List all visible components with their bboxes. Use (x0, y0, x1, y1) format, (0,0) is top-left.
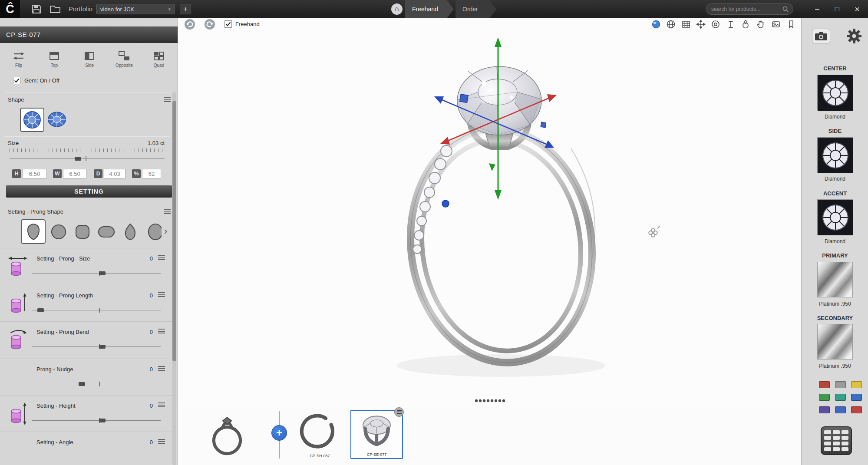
menu-icon[interactable] (158, 329, 165, 333)
divider (4, 136, 170, 137)
shape-round-selected[interactable] (20, 108, 44, 132)
prong-shape-square[interactable] (73, 222, 92, 242)
prong-length-icon (8, 291, 28, 315)
prong-size-slider[interactable] (32, 269, 161, 278)
color-swatch[interactable] (819, 406, 830, 413)
color-swatch[interactable] (835, 394, 846, 401)
prong-shape-round[interactable] (49, 222, 69, 242)
band-control-point[interactable] (442, 200, 449, 207)
prong-cushion-icon (98, 222, 115, 241)
gear-icon (846, 28, 862, 44)
menu-icon[interactable] (158, 255, 165, 260)
tab-freehand[interactable]: Freehand (405, 0, 454, 18)
color-swatch[interactable] (819, 394, 830, 401)
prong-shape-pear[interactable] (120, 222, 140, 242)
prong-length-slider[interactable] (32, 306, 161, 315)
view-button-quad[interactable]: Quad (143, 47, 175, 71)
checkbox-checked-icon[interactable] (13, 77, 20, 84)
menu-icon[interactable] (164, 97, 171, 102)
slot-thumb-secondary[interactable] (817, 324, 853, 359)
prong-shape-shield-selected[interactable] (21, 219, 46, 244)
menu-icon (397, 410, 402, 414)
camera-button[interactable] (812, 29, 830, 43)
slider-handle[interactable] (37, 308, 44, 312)
gem-toggle-label: Gem: On / Off (24, 77, 59, 84)
shape-oval[interactable] (47, 110, 67, 130)
slider-handle[interactable] (79, 382, 85, 386)
depth-field[interactable] (104, 169, 125, 178)
prong-nudge-group: Prong - Nudge 0 (0, 359, 172, 395)
scrollbar-thumb[interactable] (172, 101, 176, 361)
slot-thumb-primary[interactable] (817, 262, 853, 297)
transform-gizmo[interactable] (434, 37, 557, 207)
tray-item-ring[interactable] (205, 413, 249, 459)
menu-icon[interactable] (158, 402, 165, 407)
minimize-button[interactable]: – (808, 0, 827, 18)
portfolio-dropdown[interactable]: video for JCK ▾ (96, 4, 175, 14)
slider-handle[interactable] (99, 419, 106, 422)
tab-order[interactable]: Order (455, 0, 496, 18)
menu-icon[interactable] (158, 366, 165, 371)
price-calculator-button[interactable] (821, 426, 852, 455)
view-button-opposite[interactable]: Opposite (109, 47, 140, 71)
view-button-flip[interactable]: Flip (3, 47, 34, 71)
settings-button[interactable] (845, 28, 863, 44)
color-swatch[interactable] (851, 406, 862, 413)
percent-field[interactable] (142, 169, 161, 178)
view-button-side[interactable]: Side (74, 47, 105, 71)
chevron-down-icon: ▾ (168, 7, 171, 12)
open-folder-icon[interactable] (50, 4, 61, 14)
height-field[interactable] (22, 169, 47, 178)
color-swatch[interactable] (835, 406, 846, 413)
menu-icon[interactable] (158, 292, 165, 297)
viewport[interactable]: Freehand (178, 18, 801, 407)
slider-handle[interactable] (75, 157, 81, 161)
slot-thumb-center[interactable] (817, 75, 853, 110)
menu-icon[interactable] (158, 439, 165, 444)
prong-shape-cushion[interactable] (96, 222, 116, 242)
slot-caption-secondary: Platinum .950 (802, 363, 868, 369)
divider (4, 74, 170, 74)
tray-item-shank[interactable] (299, 413, 340, 453)
slot-caption-center: Diamond (802, 114, 868, 120)
prong-shapes-more-chevron[interactable]: › (164, 226, 167, 237)
app-logo[interactable]: Ĉ (0, 0, 20, 18)
slot-thumb-accent[interactable] (817, 199, 853, 235)
menu-icon[interactable] (164, 209, 171, 214)
gizmo-handle-cube[interactable] (460, 94, 468, 102)
width-field[interactable] (63, 169, 86, 178)
portfolio-value: video for JCK (100, 6, 134, 13)
maximize-button[interactable]: □ (828, 0, 847, 18)
app-window: Ĉ Portfolio video for JCK ▾ + ⌂ Freehand… (0, 0, 868, 465)
prong-nudge-slider[interactable] (32, 380, 161, 389)
thumbnail-menu-badge[interactable] (394, 407, 404, 417)
slider-handle[interactable] (99, 345, 106, 349)
gem-toggle[interactable]: Gem: On / Off (13, 77, 59, 84)
size-slider[interactable] (10, 155, 165, 163)
slot-thumb-side[interactable] (817, 137, 853, 173)
portfolio-label: Portfolio (69, 5, 92, 13)
close-button[interactable]: × (848, 0, 867, 18)
slider-handle[interactable] (99, 271, 106, 275)
search-input[interactable] (710, 6, 782, 13)
ring-band[interactable] (397, 119, 605, 373)
save-icon[interactable] (31, 4, 43, 14)
ring-3d-scene[interactable] (178, 18, 801, 407)
prong-square-icon (74, 222, 91, 241)
color-swatch[interactable] (851, 381, 862, 388)
prong-shape-oval[interactable] (144, 222, 162, 242)
tray-item-setting-selected[interactable]: CP-SE-077 (350, 410, 403, 459)
color-swatch[interactable] (851, 394, 862, 401)
prong-pear-icon (122, 222, 139, 241)
prong-bend-slider[interactable] (32, 343, 161, 351)
home-button[interactable]: ⌂ (391, 3, 403, 15)
color-swatch[interactable] (835, 381, 846, 388)
view-button-top[interactable]: Top (39, 47, 70, 71)
color-swatch[interactable] (819, 381, 830, 388)
view-pagination-dots[interactable] (475, 399, 505, 402)
setting-height-slider[interactable] (32, 416, 161, 425)
plus-icon: + (276, 427, 282, 439)
add-portfolio-button[interactable]: + (180, 4, 191, 14)
product-search[interactable] (706, 3, 793, 15)
add-component-button[interactable]: + (271, 425, 287, 441)
